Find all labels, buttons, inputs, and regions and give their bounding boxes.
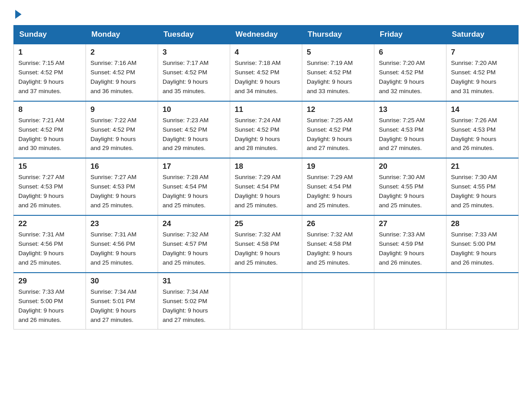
day-number: 30 <box>90 277 153 286</box>
day-info: Sunrise: 7:28 AMSunset: 4:54 PMDaylight:… <box>163 174 209 209</box>
calendar-cell: 20 Sunrise: 7:30 AMSunset: 4:55 PMDaylig… <box>374 158 446 215</box>
day-number: 20 <box>379 162 442 171</box>
day-info: Sunrise: 7:31 AMSunset: 4:56 PMDaylight:… <box>18 231 64 266</box>
day-info: Sunrise: 7:16 AMSunset: 4:52 PMDaylight:… <box>90 60 137 94</box>
day-number: 23 <box>90 219 153 228</box>
day-number: 25 <box>235 219 297 228</box>
calendar-cell: 9 Sunrise: 7:22 AMSunset: 4:52 PMDayligh… <box>86 101 158 158</box>
calendar-cell <box>374 273 446 330</box>
day-info: Sunrise: 7:27 AMSunset: 4:53 PMDaylight:… <box>18 174 64 209</box>
day-number: 22 <box>18 219 81 228</box>
day-info: Sunrise: 7:32 AMSunset: 4:57 PMDaylight:… <box>163 231 209 266</box>
calendar-cell: 8 Sunrise: 7:21 AMSunset: 4:52 PMDayligh… <box>14 101 86 158</box>
day-info: Sunrise: 7:15 AMSunset: 4:52 PMDaylight:… <box>18 60 64 94</box>
day-number: 24 <box>163 219 225 228</box>
day-info: Sunrise: 7:23 AMSunset: 4:52 PMDaylight:… <box>163 117 209 152</box>
logo <box>13 9 21 17</box>
day-info: Sunrise: 7:19 AMSunset: 4:52 PMDaylight:… <box>307 60 353 94</box>
calendar-cell: 1 Sunrise: 7:15 AMSunset: 4:52 PMDayligh… <box>14 44 86 101</box>
calendar-cell: 31 Sunrise: 7:34 AMSunset: 5:02 PMDaylig… <box>158 273 230 330</box>
weekday-header-wednesday: Wednesday <box>230 26 302 44</box>
day-number: 10 <box>163 105 225 114</box>
logo-arrow-icon <box>15 10 21 19</box>
day-number: 18 <box>235 162 297 171</box>
day-info: Sunrise: 7:27 AMSunset: 4:53 PMDaylight:… <box>90 174 137 209</box>
day-number: 31 <box>163 277 225 286</box>
day-number: 26 <box>307 219 369 228</box>
day-info: Sunrise: 7:30 AMSunset: 4:55 PMDaylight:… <box>451 174 497 209</box>
calendar-cell: 12 Sunrise: 7:25 AMSunset: 4:52 PMDaylig… <box>302 101 374 158</box>
day-number: 12 <box>307 105 369 114</box>
calendar-cell: 7 Sunrise: 7:20 AMSunset: 4:52 PMDayligh… <box>446 44 519 101</box>
calendar-cell: 19 Sunrise: 7:29 AMSunset: 4:54 PMDaylig… <box>302 158 374 215</box>
calendar-week-row: 1 Sunrise: 7:15 AMSunset: 4:52 PMDayligh… <box>14 44 519 101</box>
day-number: 5 <box>307 48 369 57</box>
day-info: Sunrise: 7:30 AMSunset: 4:55 PMDaylight:… <box>379 174 425 209</box>
calendar-cell: 6 Sunrise: 7:20 AMSunset: 4:52 PMDayligh… <box>374 44 446 101</box>
day-number: 13 <box>379 105 442 114</box>
day-number: 19 <box>307 162 369 171</box>
day-info: Sunrise: 7:33 AMSunset: 5:00 PMDaylight:… <box>18 288 64 323</box>
calendar-cell: 13 Sunrise: 7:25 AMSunset: 4:53 PMDaylig… <box>374 101 446 158</box>
day-number: 4 <box>235 48 297 57</box>
day-number: 14 <box>451 105 514 114</box>
day-info: Sunrise: 7:25 AMSunset: 4:52 PMDaylight:… <box>307 117 353 152</box>
day-number: 28 <box>451 219 514 228</box>
calendar-cell: 5 Sunrise: 7:19 AMSunset: 4:52 PMDayligh… <box>302 44 374 101</box>
calendar-cell: 14 Sunrise: 7:26 AMSunset: 4:53 PMDaylig… <box>446 101 519 158</box>
calendar-cell: 17 Sunrise: 7:28 AMSunset: 4:54 PMDaylig… <box>158 158 230 215</box>
day-info: Sunrise: 7:32 AMSunset: 4:58 PMDaylight:… <box>235 231 281 266</box>
calendar-cell: 16 Sunrise: 7:27 AMSunset: 4:53 PMDaylig… <box>86 158 158 215</box>
calendar-cell: 27 Sunrise: 7:33 AMSunset: 4:59 PMDaylig… <box>374 215 446 273</box>
calendar-cell: 28 Sunrise: 7:33 AMSunset: 5:00 PMDaylig… <box>446 215 519 273</box>
day-info: Sunrise: 7:20 AMSunset: 4:52 PMDaylight:… <box>379 60 425 94</box>
calendar-cell: 3 Sunrise: 7:17 AMSunset: 4:52 PMDayligh… <box>158 44 230 101</box>
calendar-cell: 4 Sunrise: 7:18 AMSunset: 4:52 PMDayligh… <box>230 44 302 101</box>
day-number: 6 <box>379 48 442 57</box>
calendar-cell <box>446 273 519 330</box>
day-info: Sunrise: 7:31 AMSunset: 4:56 PMDaylight:… <box>90 231 137 266</box>
calendar-cell: 2 Sunrise: 7:16 AMSunset: 4:52 PMDayligh… <box>86 44 158 101</box>
day-info: Sunrise: 7:26 AMSunset: 4:53 PMDaylight:… <box>451 117 497 152</box>
weekday-header-tuesday: Tuesday <box>158 26 230 44</box>
calendar-cell: 18 Sunrise: 7:29 AMSunset: 4:54 PMDaylig… <box>230 158 302 215</box>
weekday-header-sunday: Sunday <box>14 26 86 44</box>
calendar-cell: 22 Sunrise: 7:31 AMSunset: 4:56 PMDaylig… <box>14 215 86 273</box>
day-info: Sunrise: 7:20 AMSunset: 4:52 PMDaylight:… <box>451 60 497 94</box>
day-number: 2 <box>90 48 153 57</box>
calendar-cell: 29 Sunrise: 7:33 AMSunset: 5:00 PMDaylig… <box>14 273 86 330</box>
weekday-header-saturday: Saturday <box>446 26 519 44</box>
day-info: Sunrise: 7:29 AMSunset: 4:54 PMDaylight:… <box>235 174 281 209</box>
calendar-week-row: 15 Sunrise: 7:27 AMSunset: 4:53 PMDaylig… <box>14 158 519 215</box>
weekday-header-friday: Friday <box>374 26 446 44</box>
calendar-cell: 15 Sunrise: 7:27 AMSunset: 4:53 PMDaylig… <box>14 158 86 215</box>
day-number: 3 <box>163 48 225 57</box>
weekday-header-monday: Monday <box>86 26 158 44</box>
calendar-cell <box>302 273 374 330</box>
calendar-cell: 26 Sunrise: 7:32 AMSunset: 4:58 PMDaylig… <box>302 215 374 273</box>
calendar-cell: 23 Sunrise: 7:31 AMSunset: 4:56 PMDaylig… <box>86 215 158 273</box>
day-info: Sunrise: 7:33 AMSunset: 4:59 PMDaylight:… <box>379 231 425 266</box>
day-info: Sunrise: 7:34 AMSunset: 5:01 PMDaylight:… <box>90 288 137 323</box>
day-number: 7 <box>451 48 514 57</box>
day-info: Sunrise: 7:22 AMSunset: 4:52 PMDaylight:… <box>90 117 137 152</box>
calendar-cell: 24 Sunrise: 7:32 AMSunset: 4:57 PMDaylig… <box>158 215 230 273</box>
day-number: 27 <box>379 219 442 228</box>
calendar-week-row: 22 Sunrise: 7:31 AMSunset: 4:56 PMDaylig… <box>14 215 519 273</box>
day-info: Sunrise: 7:34 AMSunset: 5:02 PMDaylight:… <box>163 288 209 323</box>
day-info: Sunrise: 7:29 AMSunset: 4:54 PMDaylight:… <box>307 174 353 209</box>
day-number: 17 <box>163 162 225 171</box>
calendar-cell: 21 Sunrise: 7:30 AMSunset: 4:55 PMDaylig… <box>446 158 519 215</box>
calendar-week-row: 8 Sunrise: 7:21 AMSunset: 4:52 PMDayligh… <box>14 101 519 158</box>
calendar-cell: 11 Sunrise: 7:24 AMSunset: 4:52 PMDaylig… <box>230 101 302 158</box>
day-info: Sunrise: 7:32 AMSunset: 4:58 PMDaylight:… <box>307 231 353 266</box>
day-number: 11 <box>235 105 297 114</box>
day-info: Sunrise: 7:21 AMSunset: 4:52 PMDaylight:… <box>18 117 64 152</box>
calendar-cell: 25 Sunrise: 7:32 AMSunset: 4:58 PMDaylig… <box>230 215 302 273</box>
day-number: 9 <box>90 105 153 114</box>
weekday-header-row: SundayMondayTuesdayWednesdayThursdayFrid… <box>14 26 519 44</box>
day-number: 1 <box>18 48 81 57</box>
day-number: 16 <box>90 162 153 171</box>
day-info: Sunrise: 7:25 AMSunset: 4:53 PMDaylight:… <box>379 117 425 152</box>
day-number: 29 <box>18 277 81 286</box>
